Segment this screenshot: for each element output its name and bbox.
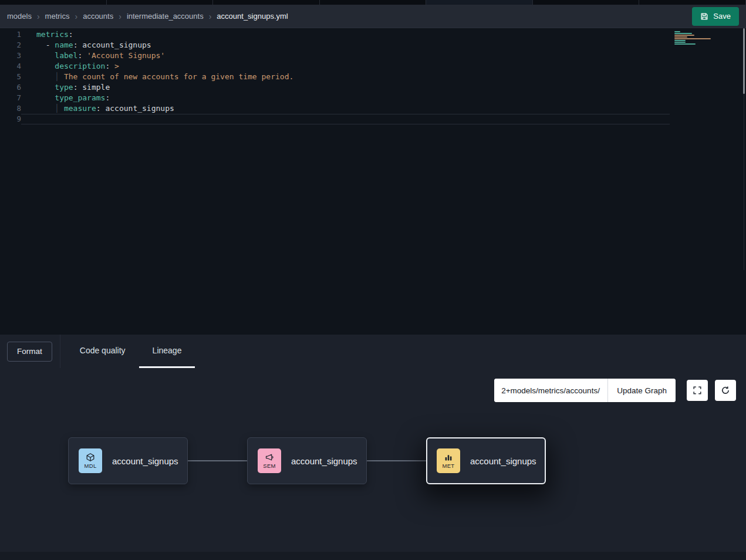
breadcrumb: models›metrics›accounts›intermediate_acc… bbox=[7, 12, 288, 21]
breadcrumb-item[interactable]: accounts bbox=[83, 12, 113, 21]
save-button-label: Save bbox=[713, 12, 731, 21]
scrollbar-thumb[interactable] bbox=[743, 28, 745, 94]
format-button[interactable]: Format bbox=[7, 342, 52, 362]
lineage-selector-group: Update Graph bbox=[494, 379, 676, 402]
line-number: 4 bbox=[0, 61, 21, 72]
header-divider bbox=[60, 335, 60, 368]
line-number: 2 bbox=[0, 40, 21, 50]
node-type-badge: MET bbox=[443, 463, 455, 469]
cube-icon: MDL bbox=[79, 448, 102, 473]
chevron-right-icon: › bbox=[119, 12, 121, 21]
fullscreen-button[interactable] bbox=[687, 380, 708, 401]
save-button[interactable]: Save bbox=[692, 7, 739, 26]
canvas-footer-strip bbox=[0, 552, 746, 560]
line-number: 7 bbox=[0, 93, 21, 103]
editor-tab[interactable] bbox=[639, 0, 746, 5]
minimap-line bbox=[674, 35, 694, 36]
code-line[interactable]: 4 description: > bbox=[0, 61, 670, 72]
line-number: 6 bbox=[0, 82, 21, 93]
refresh-button[interactable] bbox=[715, 380, 736, 401]
minimap-line bbox=[674, 43, 696, 45]
minimap-line bbox=[674, 36, 687, 38]
node-type-badge: SEM bbox=[263, 463, 276, 469]
minimap-line bbox=[674, 33, 692, 34]
node-type-badge: MDL bbox=[85, 463, 97, 469]
fullscreen-icon bbox=[693, 386, 702, 395]
minimap-line bbox=[674, 42, 686, 43]
minimap-line bbox=[674, 40, 686, 41]
lineage-node-met[interactable]: METaccount_signups bbox=[426, 437, 546, 484]
code-line[interactable]: 1metrics: bbox=[0, 29, 670, 40]
lineage-controls: Update Graph bbox=[494, 379, 736, 402]
tab-code-quality[interactable]: Code quality bbox=[66, 335, 139, 368]
code-line[interactable]: 6 type: simple bbox=[0, 82, 670, 93]
breadcrumb-item[interactable]: metrics bbox=[45, 12, 70, 21]
node-label: account_signups bbox=[470, 456, 536, 466]
editor-tabstrip[interactable] bbox=[0, 0, 746, 5]
breadcrumb-item[interactable]: intermediate_accounts bbox=[127, 12, 204, 21]
lineage-node-sem[interactable]: SEMaccount_signups bbox=[247, 437, 367, 484]
line-number: 1 bbox=[0, 29, 21, 40]
save-floppy-icon bbox=[700, 12, 708, 21]
code-line[interactable]: 2 - name: account_signups bbox=[0, 40, 670, 50]
code-line[interactable]: 3 label: 'Account Signups' bbox=[0, 50, 670, 61]
code-editor[interactable]: 1metrics:2 - name: account_signups3 labe… bbox=[0, 28, 746, 335]
line-number: 8 bbox=[0, 103, 21, 114]
lineage-canvas[interactable]: MDLaccount_signupsSEMaccount_signupsMETa… bbox=[0, 368, 746, 552]
editor-tab[interactable] bbox=[320, 0, 427, 5]
editor-tab[interactable] bbox=[533, 0, 640, 5]
lineage-selector-input[interactable] bbox=[494, 379, 607, 402]
minimap bbox=[674, 31, 712, 45]
bottom-panel-header: Format Code qualityLineage bbox=[0, 335, 746, 368]
node-label: account_signups bbox=[112, 456, 178, 466]
code-line[interactable]: 7 type_params: bbox=[0, 93, 670, 103]
line-number: 9 bbox=[0, 114, 21, 124]
line-number: 3 bbox=[0, 50, 21, 61]
minimap-line bbox=[674, 38, 711, 39]
chevron-right-icon: › bbox=[37, 12, 40, 21]
lineage-node-mdl[interactable]: MDLaccount_signups bbox=[68, 437, 188, 484]
editor-tab[interactable] bbox=[0, 0, 107, 5]
breadcrumb-item[interactable]: account_signups.yml bbox=[217, 12, 288, 21]
editor-tab[interactable] bbox=[213, 0, 320, 5]
ide-window: models›metrics›accounts›intermediate_acc… bbox=[0, 0, 746, 560]
editor-tab[interactable] bbox=[107, 0, 214, 5]
tab-lineage[interactable]: Lineage bbox=[139, 335, 195, 368]
node-label: account_signups bbox=[291, 456, 357, 466]
minimap-line bbox=[674, 31, 680, 32]
breadcrumb-item[interactable]: models bbox=[7, 12, 32, 21]
chevron-right-icon: › bbox=[75, 12, 77, 21]
refresh-icon bbox=[721, 386, 730, 395]
bar-chart-icon: MET bbox=[437, 448, 460, 473]
breadcrumb-bar: models›metrics›accounts›intermediate_acc… bbox=[0, 5, 746, 28]
code-line[interactable]: 8 │ measure: account_signups bbox=[0, 103, 670, 114]
code-line[interactable]: 5 │ The count of new accounts for a give… bbox=[0, 72, 670, 82]
editor-tab-active[interactable] bbox=[426, 0, 533, 5]
line-number: 5 bbox=[0, 72, 21, 82]
update-graph-button[interactable]: Update Graph bbox=[607, 379, 676, 402]
bottom-panel: Format Code qualityLineage MDLaccount_si… bbox=[0, 335, 746, 560]
chevron-right-icon: › bbox=[209, 12, 212, 21]
editor-scrollbar[interactable] bbox=[742, 28, 745, 270]
megaphone-icon: SEM bbox=[258, 448, 281, 473]
code-line[interactable]: 9 bbox=[0, 114, 670, 124]
panel-tabs: Code qualityLineage bbox=[66, 335, 195, 368]
